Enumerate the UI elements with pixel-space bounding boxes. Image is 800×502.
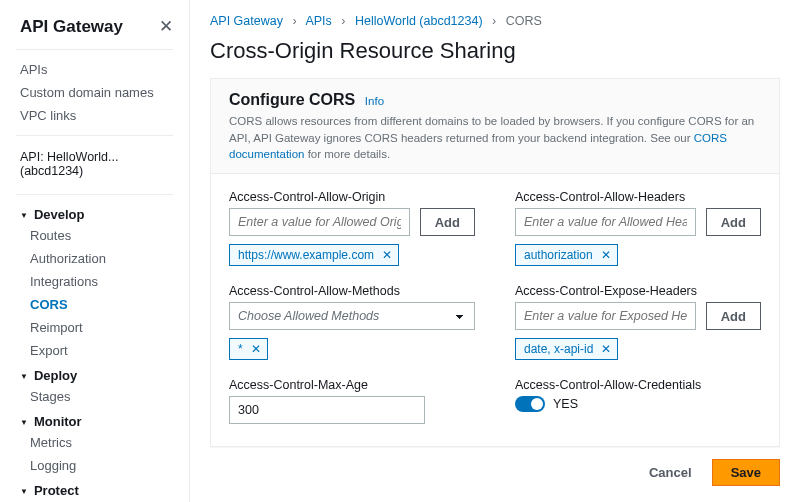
remove-tag-icon[interactable]: ✕ xyxy=(382,248,392,262)
expose-headers-tag: date, x-api-id ✕ xyxy=(515,338,618,360)
max-age-input[interactable] xyxy=(229,396,425,424)
sidebar-item-cors[interactable]: CORS xyxy=(0,293,189,316)
cancel-button[interactable]: Cancel xyxy=(639,459,702,486)
chevron-right-icon: › xyxy=(292,14,296,28)
remove-tag-icon[interactable]: ✕ xyxy=(251,342,261,356)
sidebar-group-protect[interactable]: Protect xyxy=(0,477,189,500)
allow-origin-label: Access-Control-Allow-Origin xyxy=(229,190,475,204)
configure-cors-panel: Configure CORS Info CORS allows resource… xyxy=(210,78,780,447)
close-icon[interactable]: ✕ xyxy=(159,16,173,37)
expose-headers-add-button[interactable]: Add xyxy=(706,302,761,330)
sidebar: API Gateway ✕ APIs Custom domain names V… xyxy=(0,0,190,502)
sidebar-link-vpc-links[interactable]: VPC links xyxy=(0,104,189,127)
expose-headers-input[interactable] xyxy=(515,302,696,330)
page-title: Cross-Origin Resource Sharing xyxy=(210,38,780,64)
chevron-right-icon: › xyxy=(492,14,496,28)
main-content: API Gateway › APIs › HelloWorld (abcd123… xyxy=(190,0,800,502)
panel-description: CORS allows resources from different dom… xyxy=(229,113,761,163)
sidebar-item-logging[interactable]: Logging xyxy=(0,454,189,477)
allow-methods-tag: * ✕ xyxy=(229,338,268,360)
allow-headers-input[interactable] xyxy=(515,208,696,236)
sidebar-item-export[interactable]: Export xyxy=(0,339,189,362)
info-link[interactable]: Info xyxy=(365,95,384,107)
breadcrumb-current: CORS xyxy=(506,14,542,28)
sidebar-title: API Gateway xyxy=(20,17,123,37)
max-age-label: Access-Control-Max-Age xyxy=(229,378,475,392)
sidebar-item-reimport[interactable]: Reimport xyxy=(0,316,189,339)
save-button[interactable]: Save xyxy=(712,459,780,486)
allow-origin-tag: https://www.example.com ✕ xyxy=(229,244,399,266)
allow-credentials-toggle[interactable] xyxy=(515,396,545,412)
allow-methods-select[interactable]: Choose Allowed Methods xyxy=(229,302,475,330)
chevron-right-icon: › xyxy=(341,14,345,28)
remove-tag-icon[interactable]: ✕ xyxy=(601,248,611,262)
sidebar-link-apis[interactable]: APIs xyxy=(0,58,189,81)
breadcrumb-api-gateway[interactable]: API Gateway xyxy=(210,14,283,28)
allow-origin-input[interactable] xyxy=(229,208,410,236)
sidebar-item-stages[interactable]: Stages xyxy=(0,385,189,408)
sidebar-item-routes[interactable]: Routes xyxy=(0,224,189,247)
expose-headers-label: Access-Control-Expose-Headers xyxy=(515,284,761,298)
sidebar-group-deploy[interactable]: Deploy xyxy=(0,362,189,385)
allow-credentials-label: Access-Control-Allow-Credentials xyxy=(515,378,761,392)
allow-headers-add-button[interactable]: Add xyxy=(706,208,761,236)
sidebar-item-metrics[interactable]: Metrics xyxy=(0,431,189,454)
breadcrumb-apis[interactable]: APIs xyxy=(305,14,331,28)
sidebar-item-authorization[interactable]: Authorization xyxy=(0,247,189,270)
allow-origin-add-button[interactable]: Add xyxy=(420,208,475,236)
sidebar-api-context: API: HelloWorld...(abcd1234) xyxy=(0,142,189,186)
sidebar-item-integrations[interactable]: Integrations xyxy=(0,270,189,293)
sidebar-group-monitor[interactable]: Monitor xyxy=(0,408,189,431)
panel-title: Configure CORS xyxy=(229,91,355,108)
allow-headers-tag: authorization ✕ xyxy=(515,244,618,266)
sidebar-link-custom-domain-names[interactable]: Custom domain names xyxy=(0,81,189,104)
allow-credentials-value: YES xyxy=(553,397,578,411)
allow-methods-label: Access-Control-Allow-Methods xyxy=(229,284,475,298)
sidebar-group-develop[interactable]: Develop xyxy=(0,201,189,224)
breadcrumb-helloworld[interactable]: HelloWorld (abcd1234) xyxy=(355,14,483,28)
allow-headers-label: Access-Control-Allow-Headers xyxy=(515,190,761,204)
remove-tag-icon[interactable]: ✕ xyxy=(601,342,611,356)
breadcrumb: API Gateway › APIs › HelloWorld (abcd123… xyxy=(210,14,780,28)
